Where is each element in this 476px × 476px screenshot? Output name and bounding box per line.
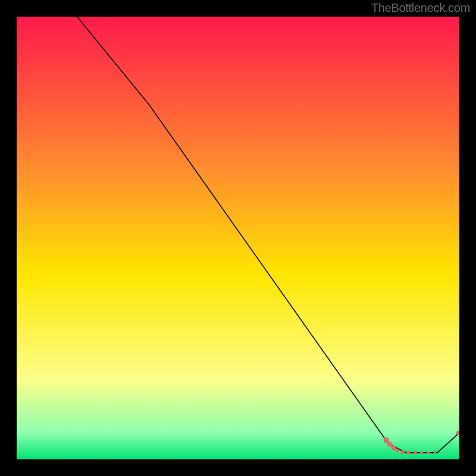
data-marker	[401, 450, 405, 454]
data-marker	[387, 441, 393, 447]
chart-container: TheBottleneck.com	[0, 0, 476, 476]
data-marker	[434, 451, 436, 453]
bottleneck-chart	[17, 17, 459, 459]
data-marker	[420, 451, 423, 454]
data-marker	[414, 451, 417, 455]
data-marker	[391, 446, 396, 450]
data-marker	[406, 451, 410, 455]
data-marker	[395, 449, 399, 453]
attribution-label: TheBottleneck.com	[371, 1, 470, 15]
data-marker	[427, 451, 430, 454]
plot-background	[17, 17, 459, 459]
